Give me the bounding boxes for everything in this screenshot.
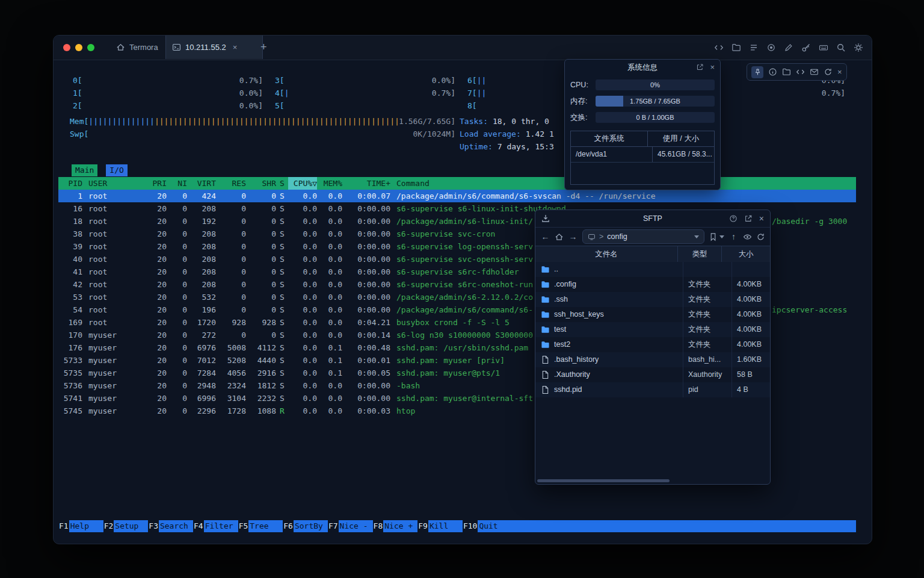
file-row[interactable]: ssh_host_keys 文件夹 4.00KB: [535, 307, 770, 322]
col-ni[interactable]: NI: [167, 177, 187, 190]
htop-tab-io[interactable]: I/O: [106, 164, 127, 176]
fn-key: F10: [463, 520, 478, 532]
col-filename[interactable]: 文件名: [535, 246, 678, 263]
tab-home[interactable]: Termora: [109, 36, 165, 59]
col-user[interactable]: USER: [82, 177, 143, 190]
fn-action-button[interactable]: Nice +: [383, 520, 417, 532]
col-size[interactable]: 大小: [722, 246, 770, 263]
file-row[interactable]: test 文件夹 4.00KB: [535, 322, 770, 337]
file-type: 文件夹: [683, 307, 732, 322]
pin-button[interactable]: [751, 66, 763, 78]
code-icon[interactable]: [714, 43, 724, 52]
close-icon[interactable]: ×: [710, 63, 715, 71]
load-average-stat: Load average:1.42 1: [460, 128, 554, 140]
path-breadcrumb[interactable]: > config: [582, 229, 704, 244]
code-icon[interactable]: [796, 67, 805, 76]
zoom-window-button[interactable]: [87, 44, 94, 51]
col-mem[interactable]: MEM%: [317, 177, 342, 190]
file-type: 文件夹: [683, 337, 732, 352]
col-type[interactable]: 类型: [678, 246, 722, 263]
titlebar-actions: [714, 36, 863, 59]
list-icon[interactable]: [749, 43, 759, 52]
external-link-icon[interactable]: [696, 63, 704, 71]
fn-action-button[interactable]: Nice -: [339, 520, 373, 532]
file-type: Xauthority: [683, 367, 732, 382]
file-type: pid: [683, 382, 732, 397]
file-type-icon: [541, 280, 550, 289]
home-tab-label: Termora: [129, 43, 158, 52]
settings-icon[interactable]: [854, 43, 863, 52]
fn-action-button[interactable]: SortBy: [294, 520, 328, 532]
fs-col-usage: 使用 / 大小: [648, 131, 714, 146]
external-link-icon[interactable]: [744, 214, 753, 223]
col-time[interactable]: TIME+: [342, 177, 390, 190]
file-type-icon: [541, 385, 550, 394]
col-cpu-sorted[interactable]: CPU%▽: [288, 177, 317, 190]
file-name: ..: [554, 262, 558, 277]
file-row[interactable]: .bash_history bash_hi... 1.60KB: [535, 352, 770, 367]
forward-arrow-icon[interactable]: →: [568, 232, 578, 241]
fn-action-button[interactable]: Search: [159, 520, 193, 532]
chevron-down-icon: [719, 235, 724, 238]
search-icon[interactable]: [836, 43, 846, 52]
info-icon[interactable]: [768, 67, 777, 76]
col-state[interactable]: S: [276, 177, 288, 190]
htop-tab-main[interactable]: Main: [72, 164, 97, 176]
file-row[interactable]: .config 文件夹 4.00KB: [535, 277, 770, 292]
edit-icon[interactable]: [784, 43, 793, 52]
tab-close-icon[interactable]: ×: [233, 43, 238, 52]
file-size: 1.60KB: [732, 352, 770, 367]
col-virt[interactable]: VIRT: [187, 177, 216, 190]
refresh-icon[interactable]: [824, 67, 833, 76]
close-window-button[interactable]: [63, 44, 70, 51]
home-icon[interactable]: [555, 232, 564, 241]
file-type-icon: [541, 310, 550, 319]
key-icon[interactable]: [801, 43, 811, 52]
up-arrow-icon[interactable]: ↑: [728, 232, 739, 241]
col-shr[interactable]: SHR: [246, 177, 276, 190]
folder-icon[interactable]: [732, 43, 741, 52]
eye-icon[interactable]: [743, 232, 752, 241]
bookmark-icon: [709, 232, 718, 241]
close-icon[interactable]: ×: [759, 214, 764, 223]
file-name: sshd.pid: [554, 382, 582, 397]
bookmark-button[interactable]: [709, 232, 724, 241]
close-icon[interactable]: ×: [837, 67, 842, 76]
col-pid[interactable]: PID: [58, 177, 82, 190]
back-arrow-icon[interactable]: ←: [540, 232, 550, 241]
fn-action-button[interactable]: Filter: [204, 520, 238, 532]
fn-key: F2: [103, 520, 114, 532]
file-row[interactable]: ..: [535, 262, 770, 277]
process-row[interactable]: 1root200 42400S 0.00.00:00.07/package/ad…: [58, 190, 856, 202]
keyboard-icon[interactable]: [819, 43, 828, 52]
record-icon[interactable]: [766, 43, 776, 52]
folder-icon[interactable]: [782, 67, 791, 76]
mail-icon[interactable]: [810, 67, 819, 76]
file-type-icon: [541, 355, 550, 364]
minimize-window-button[interactable]: [75, 44, 82, 51]
question-icon[interactable]: [729, 214, 738, 223]
col-pri[interactable]: PRI: [143, 177, 167, 190]
file-size: 4.00KB: [732, 277, 770, 292]
file-row[interactable]: .Xauthority Xauthority 58 B: [535, 367, 770, 382]
file-type-icon: [541, 325, 550, 334]
fn-action-button[interactable]: Setup: [114, 520, 148, 532]
fn-action-button[interactable]: Kill: [428, 520, 463, 532]
fn-action-button[interactable]: Quit: [478, 520, 512, 532]
chevron-down-icon[interactable]: [694, 235, 699, 238]
refresh-icon[interactable]: [756, 232, 765, 241]
fn-key: F1: [58, 520, 69, 532]
file-row[interactable]: sshd.pid pid 4 B: [535, 382, 770, 397]
fn-action-button[interactable]: Help: [69, 520, 103, 532]
file-row[interactable]: .ssh 文件夹 4.00KB: [535, 292, 770, 307]
col-res[interactable]: RES: [216, 177, 246, 190]
new-tab-button[interactable]: +: [256, 36, 272, 59]
cpu-usage-bar: 0%: [596, 79, 715, 90]
file-name: ssh_host_keys: [554, 307, 604, 322]
file-size: 4.00KB: [732, 322, 770, 337]
file-row[interactable]: test2 文件夹 4.00KB: [535, 337, 770, 352]
tab-session[interactable]: 10.211.55.2 ×: [165, 36, 263, 59]
function-bar-fill: [512, 520, 856, 532]
horizontal-scrollbar[interactable]: [537, 479, 670, 482]
fn-action-button[interactable]: Tree: [248, 520, 283, 532]
